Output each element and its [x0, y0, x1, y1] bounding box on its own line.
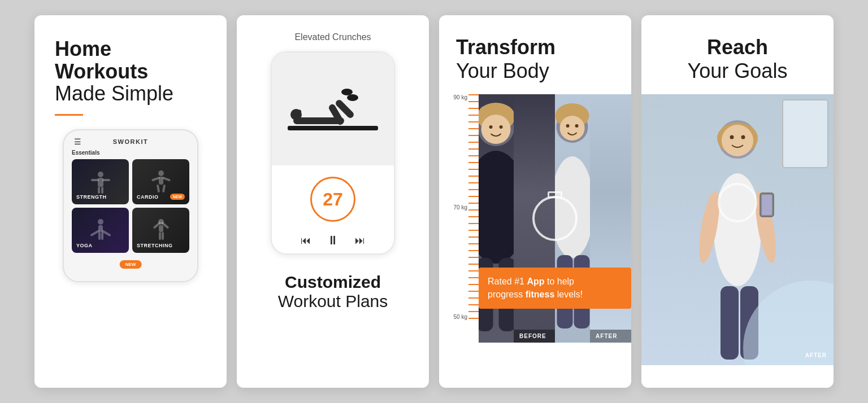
card4-header: Reach Your Goals: [641, 15, 834, 83]
svg-point-6: [158, 170, 164, 176]
phone-header: ☰ SWORKIT: [72, 138, 189, 145]
timer-circle: 27: [310, 177, 355, 222]
before-label: BEFORE: [514, 330, 555, 343]
orange-banner: Rated #1 App to help progress fitness le…: [479, 268, 631, 309]
ruler-ticks: [468, 94, 479, 320]
svg-rect-10: [156, 185, 159, 192]
svg-point-61: [722, 125, 753, 156]
goals-image-section: AFTER: [641, 94, 834, 365]
card3-header: Transform Your Body: [439, 15, 631, 83]
customized-bold: Customized: [278, 273, 388, 292]
timer-number: 27: [323, 189, 343, 210]
workout-grid: STRENGTH CARDIO NEW: [72, 159, 189, 253]
card1-headline-bold: Home Workouts: [55, 38, 206, 82]
strength-tile[interactable]: STRENGTH: [72, 159, 129, 204]
svg-rect-9: [162, 177, 170, 182]
ruler-label-70: 70 kg: [450, 204, 467, 211]
reach-light: Your Goals: [658, 59, 817, 83]
svg-point-31: [341, 89, 353, 95]
after-label: AFTER: [590, 330, 631, 343]
svg-rect-11: [162, 185, 165, 192]
yoga-figure: [86, 216, 115, 244]
yoga-label: YOGA: [76, 243, 93, 248]
svg-point-38: [479, 151, 514, 264]
svg-rect-24: [288, 126, 378, 130]
svg-rect-68: [762, 195, 772, 215]
orange-divider: [55, 114, 83, 116]
after-label-4: AFTER: [805, 352, 827, 358]
stopwatch-icon: [532, 196, 578, 241]
strength-figure: [86, 168, 115, 196]
reach-bold: Reach: [658, 36, 817, 59]
ruler-labels: 90 kg 70 kg 50 kg: [450, 94, 467, 320]
forward-icon[interactable]: ⏭: [355, 235, 365, 247]
cardio-tile[interactable]: CARDIO NEW: [132, 159, 189, 204]
svg-rect-5: [101, 187, 103, 194]
yoga-tile[interactable]: YOGA: [72, 208, 129, 253]
card-transform-body: Transform Your Body 90 kg 70 kg 50 kg: [439, 15, 631, 388]
phone-mockup: ☰ SWORKIT Essentials: [63, 129, 198, 282]
svg-point-0: [98, 172, 103, 177]
svg-rect-19: [159, 225, 163, 232]
svg-rect-1: [98, 178, 103, 187]
exercise-image-area: [272, 52, 394, 165]
exercise-title: Elevated Crunches: [294, 32, 371, 42]
crunch-exercise-figure: [282, 81, 384, 137]
svg-rect-22: [159, 232, 161, 240]
bottom-new-badge: NEW: [120, 260, 142, 269]
svg-point-37: [500, 125, 503, 129]
svg-rect-4: [98, 187, 100, 194]
svg-point-30: [347, 94, 358, 101]
banner-bold-fitness: fitness: [526, 290, 555, 299]
customized-title: Customized Workout Plans: [278, 273, 388, 311]
goals-person-svg: [641, 94, 834, 365]
svg-rect-8: [151, 177, 159, 182]
ruler-label-50: 50 kg: [450, 314, 467, 320]
cards-container: Home Workouts Made Simple ☰ SWORKIT Esse…: [21, 2, 847, 401]
transform-section: 90 kg 70 kg 50 kg: [439, 94, 631, 343]
card-reach-goals: Reach Your Goals: [641, 15, 834, 388]
svg-point-36: [489, 125, 493, 129]
card-home-workouts: Home Workouts Made Simple ☰ SWORKIT Esse…: [34, 15, 227, 388]
svg-rect-2: [91, 179, 99, 181]
svg-rect-3: [102, 179, 110, 181]
card-customized-workout: Elevated Crunches: [237, 15, 429, 388]
hamburger-icon: ☰: [74, 137, 81, 146]
phone-exercise-mockup: 27 ⏮ ⏸ ⏭: [271, 51, 395, 255]
svg-rect-17: [101, 232, 103, 240]
card1-headline-light: Made Simple: [55, 82, 206, 105]
transform-light: Your Body: [456, 59, 614, 83]
cardio-label: CARDIO: [137, 194, 159, 200]
app-name-label: SWORKIT: [113, 138, 148, 145]
svg-point-12: [98, 219, 103, 225]
rewind-icon[interactable]: ⏮: [301, 235, 311, 247]
bottom-new-row: NEW: [72, 256, 189, 273]
banner-bold-app: App: [527, 277, 544, 286]
cardio-new-badge: NEW: [170, 194, 185, 200]
svg-rect-69: [721, 286, 739, 360]
cardio-figure: [147, 168, 175, 196]
svg-point-35: [481, 115, 511, 144]
customized-light: Workout Plans: [278, 292, 388, 311]
stopwatch-ring: [718, 183, 757, 222]
pause-icon[interactable]: ⏸: [327, 233, 339, 248]
svg-point-63: [741, 135, 745, 139]
goals-person-image: [641, 94, 834, 365]
strength-label: STRENGTH: [76, 194, 107, 200]
banner-text: Rated #1 App to help progress fitness le…: [488, 275, 622, 301]
stretching-label: STRETCHING: [137, 243, 173, 248]
stretching-tile[interactable]: STRETCHING: [132, 208, 189, 253]
essentials-label: Essentials: [72, 150, 189, 156]
svg-point-48: [575, 124, 579, 128]
svg-point-47: [566, 124, 570, 128]
workout-controls[interactable]: ⏮ ⏸ ⏭: [301, 233, 365, 248]
svg-rect-58: [783, 100, 828, 168]
svg-rect-16: [98, 232, 101, 240]
ruler-label-90: 90 kg: [450, 94, 467, 100]
svg-point-46: [560, 116, 585, 141]
stretching-figure: [147, 216, 175, 244]
svg-point-62: [730, 135, 734, 139]
transform-bold: Transform: [456, 36, 614, 59]
svg-rect-23: [162, 232, 164, 240]
